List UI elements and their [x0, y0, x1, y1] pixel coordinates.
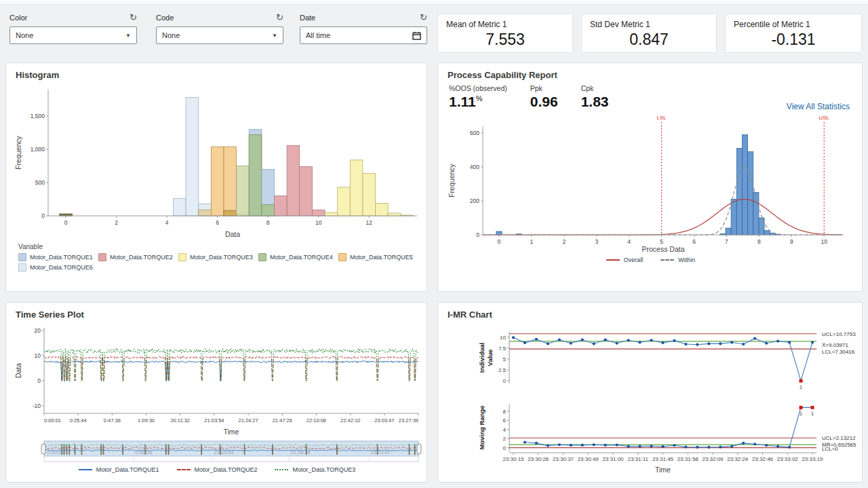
svg-text:1: 1	[800, 411, 803, 417]
svg-text:23:32:24: 23:32:24	[727, 456, 749, 462]
brush-handle-left[interactable]	[41, 444, 45, 454]
svg-text:0: 0	[476, 231, 479, 238]
legend-item[interactable]: Motor_Data.TORQUE4	[258, 253, 338, 261]
svg-text:0: 0	[41, 212, 45, 219]
legend-item[interactable]: Motor_Data.TORQUE3	[275, 466, 355, 473]
metric-card-percentile: Percentile of Metric 1 -0.131	[725, 14, 862, 53]
legend-swatch	[98, 253, 106, 261]
legend-item[interactable]: Motor_Data.TORQUE1	[79, 466, 159, 473]
legend-swatch	[18, 253, 26, 261]
filter-color-label: Color	[9, 14, 27, 22]
svg-text:Process Data: Process Data	[642, 245, 684, 253]
svg-text:USL: USL	[818, 115, 829, 121]
svg-text:23:03:47: 23:03:47	[370, 449, 390, 455]
legend-line-swatch	[660, 259, 674, 261]
svg-text:23:27:39: 23:27:39	[399, 417, 418, 424]
code-dropdown[interactable]: None ▼	[156, 26, 283, 44]
svg-text:21:58:24: 21:58:24	[291, 449, 311, 455]
legend-swatch	[258, 253, 267, 261]
svg-text:7: 7	[725, 238, 728, 245]
refresh-icon[interactable]: ↻	[130, 14, 137, 21]
legend-item[interactable]: Overall	[606, 257, 644, 263]
view-all-statistics-link[interactable]: View All Statistics	[787, 102, 850, 111]
svg-text:21:24:27: 21:24:27	[238, 417, 258, 424]
metric-label: Percentile of Metric 1	[734, 20, 853, 29]
panel-title: Process Capability Report	[448, 70, 856, 80]
svg-text:UCL=10.7753: UCL=10.7753	[822, 331, 856, 337]
svg-text:10: 10	[500, 335, 506, 341]
svg-text:6: 6	[692, 238, 696, 245]
legend-title: Variable	[18, 243, 421, 250]
svg-text:0: 0	[498, 238, 501, 245]
color-dropdown[interactable]: None ▼	[9, 26, 137, 44]
svg-text:0: 0	[37, 377, 41, 384]
svg-text:3: 3	[595, 238, 598, 245]
svg-text:23:32:46: 23:32:46	[752, 456, 774, 462]
legend-label: Within	[678, 257, 695, 263]
svg-text:23:33:02: 23:33:02	[777, 456, 799, 462]
refresh-icon[interactable]: ↻	[420, 14, 427, 21]
svg-text:1: 1	[530, 238, 534, 245]
svg-text:Individual: Individual	[478, 343, 486, 373]
legend-label: Motor_Data.TORQUE6	[30, 264, 93, 271]
svg-text:4: 4	[165, 219, 169, 226]
svg-text:LCL=0: LCL=0	[822, 446, 838, 452]
legend-item[interactable]: Motor_Data.TORQUE3	[178, 253, 258, 261]
legend-label: Overall	[624, 257, 644, 263]
legend-item[interactable]: Motor_Data.TORQUE5	[338, 253, 418, 261]
capability-stats: %OOS (observed) 1.11% Ppk 0.96 Cpk 1.83 …	[449, 84, 856, 110]
timeseries-brush[interactable]: 0:00:010:58:2621:03:5421:58:2423:03:47	[13, 440, 424, 465]
capability-chart: LSLUSL0200400600012345678910Process Data…	[445, 111, 860, 255]
legend-swatch	[18, 263, 26, 271]
svg-text:0:00:01: 0:00:01	[47, 449, 64, 455]
svg-text:6: 6	[216, 219, 219, 226]
refresh-icon[interactable]: ↻	[276, 14, 283, 21]
stat-label: Cpk	[581, 84, 609, 92]
timeseries-panel: Time Series Plot -10010200:00:010:25:440…	[5, 302, 427, 483]
svg-text:4: 4	[627, 238, 631, 245]
svg-text:0:58:26: 0:58:26	[135, 449, 152, 455]
svg-text:8: 8	[503, 409, 507, 415]
svg-text:23:31:11: 23:31:11	[627, 456, 648, 462]
svg-text:-10: -10	[33, 402, 41, 409]
legend-item[interactable]: Motor_Data.TORQUE2	[177, 466, 258, 473]
svg-text:Time: Time	[655, 466, 671, 474]
legend-label: Motor_Data.TORQUE5	[350, 254, 413, 261]
histogram-chart: 05001,0001,500024681012DataFrequency	[13, 83, 424, 240]
svg-text:LCL=7.30416: LCL=7.30416	[822, 349, 855, 355]
date-picker[interactable]: All time	[300, 26, 427, 44]
svg-text:23:30:26: 23:30:26	[528, 456, 549, 462]
filter-color: Color ↻ None ▼	[9, 14, 137, 44]
metric-card-stddev: Std Dev Metric 1 0.847	[581, 14, 717, 53]
capability-legend: OverallWithin	[445, 257, 856, 263]
legend-label: Motor_Data.TORQUE4	[270, 254, 333, 261]
svg-text:20: 20	[35, 327, 41, 334]
stat-value: 1.11%	[449, 94, 507, 110]
legend-label: Motor_Data.TORQUE1	[96, 466, 159, 473]
stat-ppk: Ppk 0.96	[530, 84, 558, 110]
svg-text:1: 1	[811, 411, 814, 417]
legend-item[interactable]: Motor_Data.TORQUE6	[18, 263, 98, 271]
svg-text:6: 6	[503, 417, 507, 424]
stat-value: 0.96	[530, 94, 558, 110]
timeseries-chart: -10010200:00:010:25:440:47:361:09:3020:1…	[13, 322, 424, 438]
svg-text:9: 9	[790, 238, 793, 245]
svg-text:Frequency: Frequency	[14, 135, 22, 169]
svg-text:5: 5	[660, 238, 663, 245]
legend-item[interactable]: Motor_Data.TORQUE2	[98, 253, 178, 261]
filter-code: Code ↻ None ▼	[156, 14, 283, 44]
legend-item[interactable]: Motor_Data.TORQUE1	[18, 253, 98, 261]
filter-date: Date ↻ All time	[300, 14, 427, 44]
stat-oos: %OOS (observed) 1.11%	[449, 84, 507, 110]
svg-text:7.5: 7.5	[498, 345, 507, 352]
brush-handle-right[interactable]	[417, 444, 421, 454]
svg-text:0: 0	[503, 445, 507, 451]
metric-label: Mean of Metric 1	[446, 20, 564, 29]
legend-item[interactable]: Within	[660, 257, 695, 263]
metric-value: 0.847	[590, 31, 708, 49]
svg-text:21:03:54: 21:03:54	[214, 449, 233, 455]
svg-text:500: 500	[35, 179, 45, 186]
svg-text:4: 4	[503, 427, 507, 433]
svg-text:0: 0	[64, 219, 68, 226]
svg-text:23:30:49: 23:30:49	[578, 456, 599, 462]
